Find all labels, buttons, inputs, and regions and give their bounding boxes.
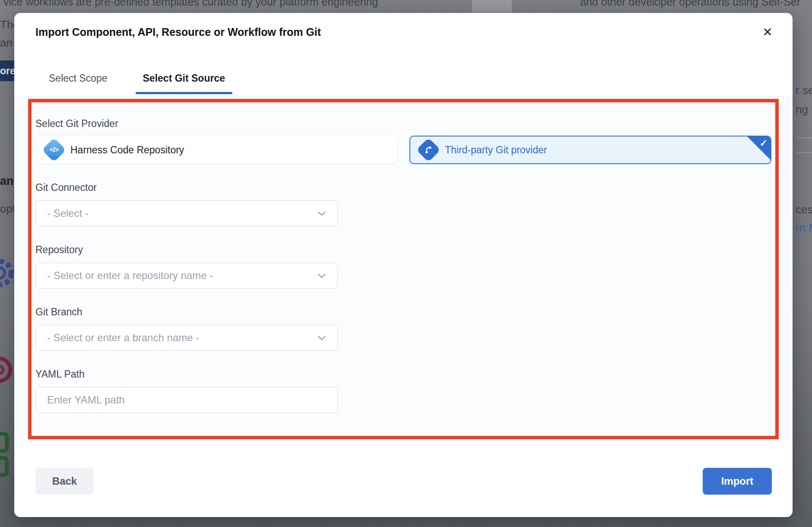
backdrop-fragment-bold-an: an <box>0 175 14 188</box>
backdrop-fragment-ces: ces, <box>796 203 812 216</box>
backdrop-text-top-right: and other developer operations using Sel… <box>580 0 800 8</box>
code-icon: </> <box>42 138 67 162</box>
selected-corner <box>746 136 771 161</box>
backdrop-fragment-opt: opt <box>0 202 16 216</box>
backdrop-row-line <box>797 137 812 138</box>
yaml-path-label: YAML Path <box>35 368 85 380</box>
tab-select-scope[interactable]: Select Scope <box>41 68 115 94</box>
chevron-down-icon <box>317 273 326 278</box>
yaml-path-input[interactable] <box>35 387 338 413</box>
git-connector-label: Git Connector <box>35 182 97 194</box>
import-from-git-modal: Import Component, API, Resource or Workf… <box>14 13 793 517</box>
close-icon[interactable]: ✕ <box>758 22 777 41</box>
chevron-down-icon <box>317 336 326 340</box>
git-branch-select[interactable]: - Select or enter a branch name - <box>35 325 338 351</box>
backdrop-panel-gap <box>472 0 512 13</box>
modal-tabs: Select Scope Select Git Source <box>41 68 232 94</box>
git-connector-placeholder: - Select - <box>47 207 89 219</box>
git-branch-icon <box>416 138 441 162</box>
tab-select-git-source[interactable]: Select Git Source <box>136 68 232 94</box>
backdrop-fragment-ngt: ng t <box>796 103 812 116</box>
provider-card-third-party-git[interactable]: Third-party Git provider ✓ <box>409 136 771 164</box>
provider-card-harness-code[interactable]: </> Harness Code Repository <box>35 136 397 164</box>
chevron-down-icon <box>317 211 326 216</box>
import-button[interactable]: Import <box>703 468 772 495</box>
git-branch-label: Git Branch <box>35 306 82 318</box>
repository-label: Repository <box>35 244 83 256</box>
backdrop-fragment-learn-more-link: rn M <box>796 221 812 235</box>
back-button[interactable]: Back <box>35 468 94 495</box>
provider-card-label: Harness Code Repository <box>70 144 184 156</box>
backdrop-fragment-sel: r sel <box>796 84 812 97</box>
provider-card-label: Third-party Git provider <box>445 144 547 156</box>
modal-title: Import Component, API, Resource or Workf… <box>35 26 321 38</box>
backdrop-row-line <box>797 152 812 153</box>
repository-placeholder: - Select or enter a repository name - <box>47 270 213 282</box>
git-connector-select[interactable]: - Select - <box>35 200 338 226</box>
git-provider-label: Select Git Provider <box>35 118 118 130</box>
git-branch-placeholder: - Select or enter a branch name - <box>47 332 199 344</box>
backdrop-text-top-left: vice workflows are pre-defined templates… <box>3 0 378 8</box>
check-icon: ✓ <box>760 138 768 149</box>
stacked-squares-icon <box>0 432 13 479</box>
repository-select[interactable]: - Select or enter a repository name - <box>35 263 338 289</box>
backdrop-fragment-an: an <box>0 36 13 50</box>
